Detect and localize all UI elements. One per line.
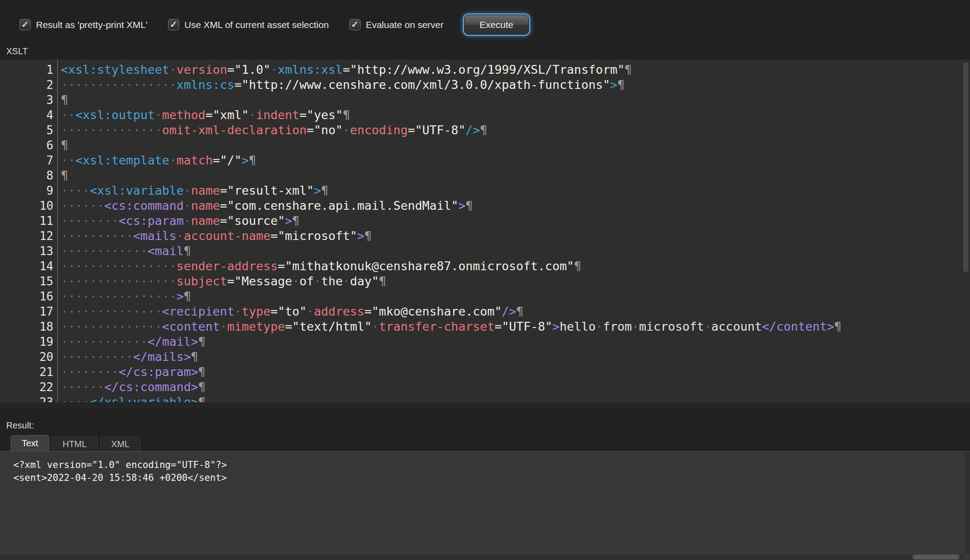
- newline-mark: ¶: [365, 229, 372, 243]
- newline-mark: ¶: [198, 380, 205, 394]
- newline-mark: ¶: [61, 93, 68, 107]
- line-number: 20: [0, 349, 57, 364]
- newline-mark: ¶: [465, 199, 473, 212]
- newline-mark: ¶: [379, 274, 386, 288]
- line-number: 8: [0, 168, 57, 183]
- xslt-editor[interactable]: 1234567891011121314151617181920212223 <x…: [0, 60, 970, 408]
- line-number: 16: [0, 289, 57, 304]
- code-line: ················sender-address="mithatko…: [61, 259, 970, 274]
- newline-mark: ¶: [292, 214, 299, 228]
- xslt-executor-window: ✓ Result as 'pretty-print XML' ✓ Use XML…: [0, 0, 970, 560]
- line-number: 17: [0, 304, 57, 319]
- line-number: 12: [0, 228, 57, 244]
- line-number: 10: [0, 198, 57, 213]
- newline-mark: ¶: [184, 244, 191, 258]
- newline-mark: ¶: [321, 184, 328, 197]
- checkbox-evaluate-on-server[interactable]: ✓ Evaluate on server: [349, 19, 444, 30]
- checkbox-box[interactable]: ✓: [349, 19, 361, 30]
- xslt-label: XSLT: [6, 46, 28, 56]
- code-line: ··<xsl:output·method="xml"·indent="yes"¶: [61, 108, 970, 123]
- code-line: ··········</mails>¶: [61, 349, 970, 364]
- result-label: Result:: [6, 420, 34, 431]
- checkbox-use-xml-of-selection[interactable]: ✓ Use XML of current asset selection: [168, 19, 329, 30]
- line-number: 18: [0, 319, 57, 334]
- code-line: ······</cs:command>¶: [61, 380, 970, 395]
- line-number: 4: [0, 108, 57, 123]
- code-line: ··············<recipient·type="to"·addre…: [61, 304, 970, 319]
- newline-mark: ¶: [249, 153, 256, 167]
- code-line: ················xmlns:cs="http://www.cen…: [61, 77, 970, 92]
- editor-code[interactable]: <xsl:stylesheet·version="1.0"·xmlns:xsl=…: [58, 60, 970, 402]
- checkbox-pretty-print-xml[interactable]: ✓ Result as 'pretty-print XML': [20, 19, 148, 30]
- editor-viewport: 1234567891011121314151617181920212223 <x…: [0, 60, 970, 402]
- line-number: 13: [0, 244, 57, 259]
- code-line: <xsl:stylesheet·version="1.0"·xmlns:xsl=…: [61, 62, 970, 77]
- newline-mark: ¶: [184, 289, 191, 303]
- newline-mark: ¶: [61, 138, 68, 152]
- code-line: ················subject="Message·of·the·…: [61, 274, 970, 289]
- code-line: ¶: [61, 138, 970, 153]
- newline-mark: ¶: [516, 304, 523, 318]
- line-number: 2: [0, 77, 57, 92]
- tab-xml[interactable]: XML: [100, 436, 140, 451]
- checkbox-evaluate-label: Evaluate on server: [366, 20, 444, 30]
- line-number: 6: [0, 138, 57, 153]
- editor-gutter: 1234567891011121314151617181920212223: [0, 60, 58, 402]
- line-number: 3: [0, 92, 57, 108]
- line-number: 9: [0, 183, 57, 198]
- checkbox-use-xml-label: Use XML of current asset selection: [184, 20, 329, 30]
- tab-text[interactable]: Text: [11, 435, 49, 451]
- result-scrollbar-thumb[interactable]: [913, 555, 959, 560]
- tab-html[interactable]: HTML: [52, 436, 98, 451]
- code-line: ··········<mails·account-name="microsoft…: [61, 228, 970, 244]
- newline-mark: ¶: [61, 168, 68, 182]
- line-number: 1: [0, 62, 57, 77]
- code-line: ········</cs:param>¶: [61, 364, 970, 380]
- newline-mark: ¶: [198, 335, 205, 348]
- checkmark-icon: ✓: [170, 20, 177, 29]
- line-number: 5: [0, 123, 57, 138]
- result-panel[interactable]: <?xml version="1.0" encoding="UTF-8"?> <…: [0, 451, 970, 560]
- code-line: ······<cs:command·name="com.censhare.api…: [61, 198, 970, 213]
- newline-mark: ¶: [191, 350, 198, 364]
- result-label-row: Result:: [0, 408, 970, 435]
- execute-button[interactable]: Execute: [464, 15, 529, 35]
- editor-scrollbar-thumb[interactable]: [963, 62, 969, 272]
- line-number: 7: [0, 153, 57, 168]
- line-number: 11: [0, 213, 57, 228]
- result-line: <sent>2022-04-20 15:58:46 +0200</sent>: [13, 472, 970, 484]
- newline-mark: ¶: [480, 123, 487, 137]
- newline-mark: ¶: [574, 259, 581, 273]
- checkbox-pretty-print-label: Result as 'pretty-print XML': [36, 20, 148, 30]
- newline-mark: ¶: [617, 78, 625, 92]
- editor-horizontal-scrollbar[interactable]: [0, 402, 970, 408]
- checkmark-icon: ✓: [21, 20, 29, 29]
- newline-mark: ¶: [198, 365, 205, 379]
- code-line: ··············<content·mimetype="text/ht…: [61, 319, 970, 334]
- newline-mark: ¶: [834, 320, 841, 333]
- editor-vertical-scrollbar[interactable]: [962, 61, 969, 400]
- code-line: ¶: [61, 168, 970, 183]
- line-number: 23: [0, 395, 57, 402]
- toolbar: ✓ Result as 'pretty-print XML' ✓ Use XML…: [0, 0, 970, 43]
- line-number: 15: [0, 274, 57, 289]
- code-line: ············<mail¶: [61, 244, 970, 259]
- code-line: ¶: [61, 92, 970, 108]
- newline-mark: ¶: [343, 108, 350, 122]
- checkbox-box[interactable]: ✓: [168, 19, 179, 30]
- result-horizontal-scrollbar[interactable]: [0, 554, 964, 560]
- checkbox-box[interactable]: ✓: [20, 19, 31, 30]
- result-line: <?xml version="1.0" encoding="UTF-8"?>: [13, 459, 970, 472]
- code-line: ··<xsl:template·match="/">¶: [61, 153, 970, 168]
- newline-mark: ¶: [625, 63, 632, 76]
- code-line: ····<xsl:variable·name="result-xml">¶: [61, 183, 970, 198]
- code-line: ··············omit-xml-declaration="no"·…: [61, 123, 970, 138]
- result-content[interactable]: <?xml version="1.0" encoding="UTF-8"?> <…: [13, 459, 970, 484]
- result-vertical-scrollbar[interactable]: [964, 452, 970, 554]
- xslt-label-row: XSLT: [0, 43, 970, 60]
- newline-mark: ¶: [198, 395, 205, 402]
- checkmark-icon: ✓: [351, 20, 359, 29]
- line-number: 19: [0, 334, 57, 349]
- line-number: 22: [0, 380, 57, 395]
- line-number: 21: [0, 364, 57, 380]
